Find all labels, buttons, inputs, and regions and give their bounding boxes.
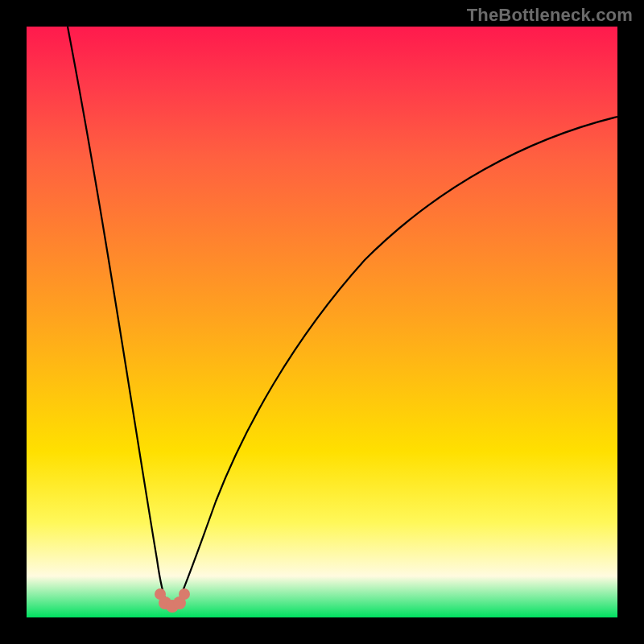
curve-right-branch (177, 117, 617, 605)
svg-point-4 (179, 588, 190, 600)
bottleneck-curve (27, 27, 617, 617)
optimum-marker (155, 588, 190, 613)
curve-left-branch (68, 27, 167, 605)
watermark-text: TheBottleneck.com (467, 5, 633, 26)
